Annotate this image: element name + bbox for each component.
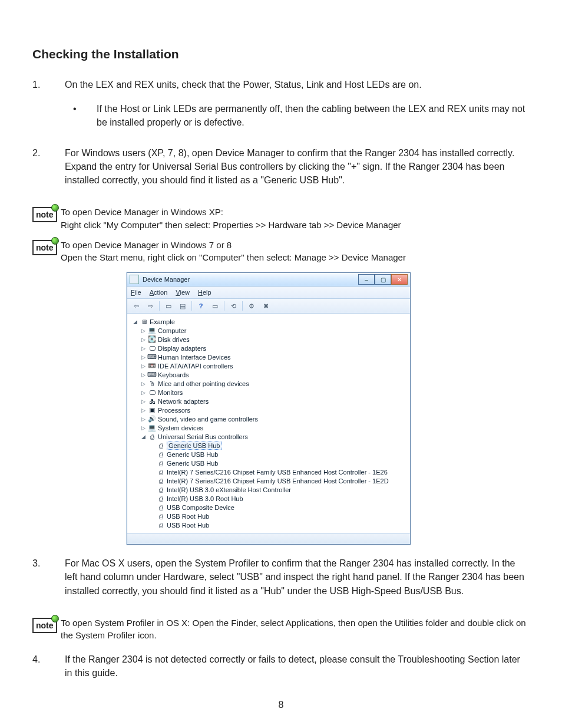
step-text: For Mac OS X users, open the System Prof… [65, 556, 530, 598]
menu-help[interactable]: Help [198, 289, 211, 296]
tree-category[interactable]: ▷💻Computer [132, 326, 408, 335]
note-icon: note [32, 236, 61, 255]
instruction-list-cont: 3. For Mac OS X users, open the System P… [32, 556, 530, 598]
maximize-button[interactable]: ▢ [375, 274, 391, 285]
tree-item[interactable]: ⎙Intel(R) USB 3.0 eXtensible Host Contro… [132, 485, 408, 494]
minimize-button[interactable]: – [358, 274, 375, 285]
hid-icon: ⌨ [148, 354, 156, 361]
disk-icon: 💽 [148, 336, 156, 343]
keyboard-icon: ⌨ [148, 371, 156, 378]
usb-icon: ⎙ [157, 504, 165, 511]
menu-file[interactable]: File [131, 289, 141, 296]
step-4: 4. If the Ranger 2304 is not detected co… [32, 653, 530, 680]
window-titlebar[interactable]: Device Manager – ▢ ✕ [127, 273, 410, 286]
device-tree[interactable]: ◢🖥Example ▷💻Computer ▷💽Disk drives ▷🖵Dis… [127, 314, 410, 533]
menu-bar: File Action View Help [127, 286, 410, 299]
tree-item[interactable]: ⎙Generic USB Hub [132, 459, 408, 467]
computer-icon: 💻 [148, 327, 156, 334]
back-button[interactable]: ⇦ [130, 300, 143, 312]
tree-category[interactable]: ▷💻System devices [132, 423, 408, 432]
step-number: 4. [32, 653, 65, 680]
close-button[interactable]: ✕ [391, 274, 408, 285]
section-heading: Checking the Installation [32, 47, 530, 61]
tree-root[interactable]: ◢🖥Example [132, 317, 408, 326]
tree-category[interactable]: ▷📼IDE ATA/ATAPI controllers [132, 361, 408, 370]
note-win7: note To open Device Manager in Windows 7… [32, 236, 530, 265]
usb-icon: ⎙ [157, 477, 165, 485]
usb-icon: ⎙ [157, 460, 165, 467]
toolbar-button[interactable]: ▭ [209, 300, 222, 312]
usb-icon: ⎙ [157, 469, 165, 476]
note-line: Open the Start menu, right click on "Com… [61, 251, 530, 264]
menu-action[interactable]: Action [150, 289, 168, 296]
app-icon [130, 275, 139, 284]
tree-category[interactable]: ▷🖵Monitors [132, 388, 408, 397]
usb-icon: ⎙ [157, 513, 165, 520]
tree-item[interactable]: ⎙Intel(R) USB 3.0 Root Hub [132, 494, 408, 503]
sub-text: If the Host or Link LEDs are permanently… [97, 102, 530, 129]
note-line: To open Device Manager in Windows XP: [61, 206, 530, 219]
instruction-list-cont2: 4. If the Ranger 2304 is not detected co… [32, 653, 530, 680]
note-icon: note [32, 203, 61, 222]
window-title: Device Manager [143, 276, 358, 283]
tree-category[interactable]: ▷🖱Mice and other pointing devices [132, 379, 408, 388]
note-text: To open System Profiler in OS X: Open th… [61, 614, 530, 643]
step-text: If the Ranger 2304 is not detected corre… [65, 653, 530, 680]
cpu-icon: ▣ [148, 407, 156, 414]
tree-category[interactable]: ▷🖧Network adapters [132, 397, 408, 406]
note-osx: note To open System Profiler in OS X: Op… [32, 614, 530, 643]
note-icon: note [32, 614, 61, 633]
help-button[interactable]: ? [194, 300, 207, 312]
step-number: 2. [32, 146, 65, 187]
usb-icon: ⎙ [148, 433, 156, 440]
tree-category-usb[interactable]: ◢⎙Universal Serial Bus controllers [132, 432, 408, 441]
toolbar-button[interactable]: ▭ [162, 300, 175, 312]
step-3: 3. For Mac OS X users, open the System P… [32, 556, 530, 598]
tree-item[interactable]: ⎙Generic USB Hub [132, 450, 408, 459]
bullet-icon: • [65, 102, 97, 129]
usb-icon: ⎙ [157, 451, 165, 458]
tree-item[interactable]: ⎙Intel(R) 7 Series/C216 Chipset Family U… [132, 467, 408, 476]
usb-icon: ⎙ [157, 442, 165, 449]
toolbar-button[interactable]: ✖ [259, 300, 272, 312]
display-icon: 🖵 [148, 345, 156, 352]
ide-icon: 📼 [148, 363, 156, 370]
network-icon: 🖧 [148, 398, 156, 405]
forward-button[interactable]: ⇨ [144, 300, 157, 312]
page-number: 8 [0, 700, 562, 710]
step-number: 3. [32, 556, 65, 598]
step-number: 1. [32, 78, 65, 130]
system-icon: 💻 [148, 424, 156, 431]
step-text: On the LEX and REX units, check that the… [65, 80, 422, 90]
tree-item[interactable]: ⎙USB Root Hub [132, 512, 408, 521]
note-line: To open Device Manager in Windows 7 or 8 [61, 239, 530, 252]
tree-category[interactable]: ▷🔊Sound, video and game controllers [132, 414, 408, 423]
instruction-list: 1. On the LEX and REX units, check that … [32, 78, 530, 187]
sub-list: • If the Host or Link LEDs are permanent… [65, 102, 530, 129]
usb-icon: ⎙ [157, 495, 165, 502]
tree-item[interactable]: ⎙Intel(R) 7 Series/C216 Chipset Family U… [132, 476, 408, 485]
sub-bullet: • If the Host or Link LEDs are permanent… [65, 102, 530, 129]
toolbar: ⇦ ⇨ ▭ ▤ ? ▭ ⟲ ⚙ ✖ [127, 299, 410, 314]
tree-category[interactable]: ▷▣Processors [132, 406, 408, 414]
tree-category[interactable]: ▷💽Disk drives [132, 335, 408, 344]
mouse-icon: 🖱 [148, 380, 156, 387]
tree-category[interactable]: ▷⌨Keyboards [132, 370, 408, 379]
status-bar [127, 533, 410, 544]
tree-category[interactable]: ▷⌨Human Interface Devices [132, 353, 408, 361]
toolbar-button[interactable]: ▤ [176, 300, 189, 312]
sound-icon: 🔊 [148, 416, 156, 423]
device-manager-window: Device Manager – ▢ ✕ File Action View He… [127, 272, 411, 545]
tree-category[interactable]: ▷🖵Display adapters [132, 344, 408, 353]
note-xp: note To open Device Manager in Windows X… [32, 203, 530, 232]
tree-item-selected[interactable]: ⎙Generic USB Hub [132, 441, 408, 450]
toolbar-button[interactable]: ⚙ [245, 300, 258, 312]
computer-icon: 🖥 [140, 318, 148, 325]
step-2: 2. For Windows users (XP, 7, 8), open De… [32, 146, 530, 187]
tree-item[interactable]: ⎙USB Root Hub [132, 521, 408, 529]
menu-view[interactable]: View [176, 289, 190, 296]
scan-button[interactable]: ⟲ [227, 300, 240, 312]
usb-icon: ⎙ [157, 522, 165, 529]
tree-item[interactable]: ⎙USB Composite Device [132, 503, 408, 512]
monitor-icon: 🖵 [148, 389, 156, 396]
